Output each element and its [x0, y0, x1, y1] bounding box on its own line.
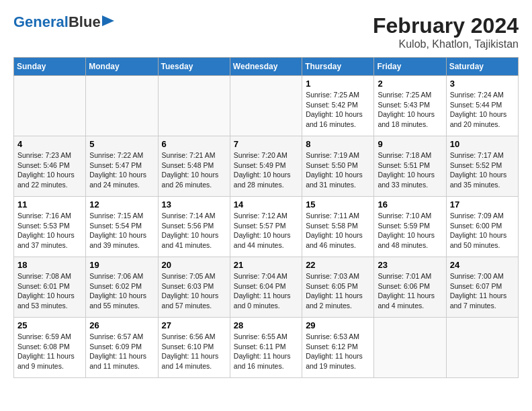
title-area: February 2024 Kulob, Khatlon, Tajikistan	[373, 13, 519, 50]
day-number: 28	[234, 320, 298, 330]
day-number: 27	[162, 320, 226, 330]
day-detail: Sunrise: 7:22 AM Sunset: 5:47 PM Dayligh…	[89, 150, 154, 190]
day-number: 8	[306, 139, 370, 149]
day-number: 25	[17, 320, 82, 330]
day-detail: Sunrise: 7:15 AM Sunset: 5:54 PM Dayligh…	[89, 211, 154, 250]
day-detail: Sunrise: 7:21 AM Sunset: 5:48 PM Dayligh…	[162, 150, 226, 190]
day-number: 2	[378, 79, 442, 89]
day-number: 18	[17, 260, 82, 270]
day-detail: Sunrise: 7:05 AM Sunset: 6:03 PM Dayligh…	[162, 271, 226, 311]
header: GeneralBlue February 2024 Kulob, Khatlon…	[13, 13, 519, 50]
day-detail: Sunrise: 7:25 AM Sunset: 5:42 PM Dayligh…	[306, 90, 370, 130]
day-number: 11	[17, 199, 82, 210]
day-detail: Sunrise: 7:09 AM Sunset: 6:00 PM Dayligh…	[450, 211, 515, 250]
day-number: 21	[234, 260, 298, 270]
calendar-cell: 24Sunrise: 7:00 AM Sunset: 6:07 PM Dayli…	[446, 257, 518, 318]
calendar-week-row: 25Sunrise: 6:59 AM Sunset: 6:08 PM Dayli…	[14, 318, 519, 378]
day-detail: Sunrise: 7:19 AM Sunset: 5:50 PM Dayligh…	[306, 150, 370, 190]
day-number: 29	[306, 320, 370, 330]
day-detail: Sunrise: 7:14 AM Sunset: 5:56 PM Dayligh…	[162, 211, 226, 250]
calendar-cell: 3Sunrise: 7:24 AM Sunset: 5:44 PM Daylig…	[446, 76, 518, 136]
day-detail: Sunrise: 7:16 AM Sunset: 5:53 PM Dayligh…	[17, 211, 82, 250]
logo: GeneralBlue	[13, 13, 114, 31]
calendar-body: 1Sunrise: 7:25 AM Sunset: 5:42 PM Daylig…	[14, 76, 519, 378]
day-number: 26	[89, 320, 154, 330]
day-number: 9	[378, 139, 442, 149]
calendar-cell: 18Sunrise: 7:08 AM Sunset: 6:01 PM Dayli…	[14, 257, 86, 318]
calendar-cell	[14, 76, 86, 136]
calendar-cell: 11Sunrise: 7:16 AM Sunset: 5:53 PM Dayli…	[14, 197, 86, 257]
day-detail: Sunrise: 7:25 AM Sunset: 5:43 PM Dayligh…	[378, 90, 442, 130]
calendar-cell: 21Sunrise: 7:04 AM Sunset: 6:04 PM Dayli…	[230, 257, 302, 318]
calendar-cell: 1Sunrise: 7:25 AM Sunset: 5:42 PM Daylig…	[302, 76, 374, 136]
calendar-cell: 29Sunrise: 6:53 AM Sunset: 6:12 PM Dayli…	[302, 318, 374, 378]
calendar-cell	[374, 318, 446, 378]
day-number: 15	[306, 199, 370, 210]
day-detail: Sunrise: 7:00 AM Sunset: 6:07 PM Dayligh…	[450, 271, 515, 311]
calendar-week-row: 11Sunrise: 7:16 AM Sunset: 5:53 PM Dayli…	[14, 197, 519, 257]
calendar-cell: 14Sunrise: 7:12 AM Sunset: 5:57 PM Dayli…	[230, 197, 302, 257]
day-detail: Sunrise: 7:03 AM Sunset: 6:05 PM Dayligh…	[306, 271, 370, 311]
day-detail: Sunrise: 6:59 AM Sunset: 6:08 PM Dayligh…	[17, 332, 82, 371]
day-detail: Sunrise: 7:12 AM Sunset: 5:57 PM Dayligh…	[234, 211, 298, 250]
calendar-cell	[86, 76, 158, 136]
calendar-cell: 26Sunrise: 6:57 AM Sunset: 6:09 PM Dayli…	[86, 318, 158, 378]
logo-text: GeneralBlue	[13, 13, 101, 31]
calendar-cell: 2Sunrise: 7:25 AM Sunset: 5:43 PM Daylig…	[374, 76, 446, 136]
day-number: 13	[162, 199, 226, 210]
weekday-header: Thursday	[302, 58, 374, 76]
day-detail: Sunrise: 6:55 AM Sunset: 6:11 PM Dayligh…	[234, 332, 298, 371]
day-detail: Sunrise: 7:11 AM Sunset: 5:58 PM Dayligh…	[306, 211, 370, 250]
calendar-cell: 9Sunrise: 7:18 AM Sunset: 5:51 PM Daylig…	[374, 136, 446, 197]
day-number: 23	[378, 260, 442, 270]
day-number: 10	[450, 139, 515, 149]
calendar-cell: 6Sunrise: 7:21 AM Sunset: 5:48 PM Daylig…	[158, 136, 230, 197]
day-number: 1	[306, 79, 370, 89]
calendar-cell: 28Sunrise: 6:55 AM Sunset: 6:11 PM Dayli…	[230, 318, 302, 378]
day-number: 12	[89, 199, 154, 210]
day-detail: Sunrise: 7:10 AM Sunset: 5:59 PM Dayligh…	[378, 211, 442, 250]
day-number: 14	[234, 199, 298, 210]
calendar-cell: 16Sunrise: 7:10 AM Sunset: 5:59 PM Dayli…	[374, 197, 446, 257]
calendar-cell: 20Sunrise: 7:05 AM Sunset: 6:03 PM Dayli…	[158, 257, 230, 318]
day-number: 19	[89, 260, 154, 270]
day-detail: Sunrise: 7:24 AM Sunset: 5:44 PM Dayligh…	[450, 90, 515, 130]
day-detail: Sunrise: 7:18 AM Sunset: 5:51 PM Dayligh…	[378, 150, 442, 190]
calendar-cell: 25Sunrise: 6:59 AM Sunset: 6:08 PM Dayli…	[14, 318, 86, 378]
calendar-week-row: 1Sunrise: 7:25 AM Sunset: 5:42 PM Daylig…	[14, 76, 519, 136]
day-number: 22	[306, 260, 370, 270]
calendar-cell: 5Sunrise: 7:22 AM Sunset: 5:47 PM Daylig…	[86, 136, 158, 197]
svg-marker-0	[102, 15, 114, 26]
calendar-cell: 27Sunrise: 6:56 AM Sunset: 6:10 PM Dayli…	[158, 318, 230, 378]
calendar-cell: 10Sunrise: 7:17 AM Sunset: 5:52 PM Dayli…	[446, 136, 518, 197]
day-number: 6	[162, 139, 226, 149]
weekday-header: Tuesday	[158, 58, 230, 76]
day-detail: Sunrise: 6:53 AM Sunset: 6:12 PM Dayligh…	[306, 332, 370, 371]
calendar-week-row: 4Sunrise: 7:23 AM Sunset: 5:46 PM Daylig…	[14, 136, 519, 197]
calendar-table: SundayMondayTuesdayWednesdayThursdayFrid…	[13, 57, 519, 378]
calendar-cell: 15Sunrise: 7:11 AM Sunset: 5:58 PM Dayli…	[302, 197, 374, 257]
weekday-header: Friday	[374, 58, 446, 76]
day-number: 24	[450, 260, 515, 270]
day-detail: Sunrise: 6:57 AM Sunset: 6:09 PM Dayligh…	[89, 332, 154, 371]
day-detail: Sunrise: 7:04 AM Sunset: 6:04 PM Dayligh…	[234, 271, 298, 311]
day-number: 17	[450, 199, 515, 210]
day-number: 20	[162, 260, 226, 270]
calendar-cell: 7Sunrise: 7:20 AM Sunset: 5:49 PM Daylig…	[230, 136, 302, 197]
day-detail: Sunrise: 7:08 AM Sunset: 6:01 PM Dayligh…	[17, 271, 82, 311]
day-detail: Sunrise: 7:23 AM Sunset: 5:46 PM Dayligh…	[17, 150, 82, 190]
day-detail: Sunrise: 7:01 AM Sunset: 6:06 PM Dayligh…	[378, 271, 442, 311]
calendar-header-row: SundayMondayTuesdayWednesdayThursdayFrid…	[14, 58, 519, 76]
day-detail: Sunrise: 7:06 AM Sunset: 6:02 PM Dayligh…	[89, 271, 154, 311]
calendar-cell: 4Sunrise: 7:23 AM Sunset: 5:46 PM Daylig…	[14, 136, 86, 197]
calendar-cell: 13Sunrise: 7:14 AM Sunset: 5:56 PM Dayli…	[158, 197, 230, 257]
logo-arrow-icon	[102, 15, 114, 26]
day-number: 7	[234, 139, 298, 149]
page-title: February 2024	[373, 13, 519, 38]
calendar-cell	[230, 76, 302, 136]
weekday-header: Wednesday	[230, 58, 302, 76]
weekday-header: Saturday	[446, 58, 518, 76]
calendar-cell: 17Sunrise: 7:09 AM Sunset: 6:00 PM Dayli…	[446, 197, 518, 257]
calendar-cell	[446, 318, 518, 378]
day-detail: Sunrise: 7:17 AM Sunset: 5:52 PM Dayligh…	[450, 150, 515, 190]
